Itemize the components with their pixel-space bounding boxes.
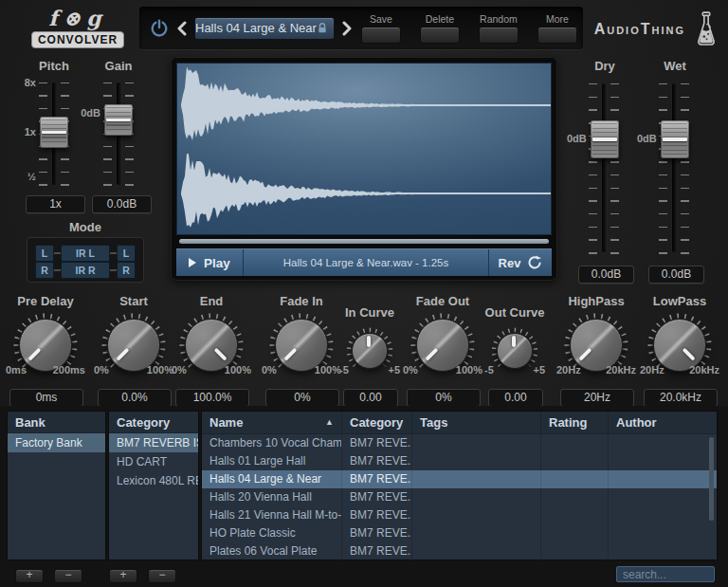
fade-out-value[interactable]: 0%: [407, 389, 481, 407]
end-value[interactable]: 100.0%: [175, 389, 249, 407]
category-item-bm7[interactable]: BM7 REVERB IS: [109, 433, 198, 452]
wet-value[interactable]: 0.0dB: [648, 266, 704, 284]
fade-out-min: 0%: [403, 364, 418, 376]
preset-row[interactable]: Halls 01 Large Hall BM7 REVE...: [202, 452, 717, 470]
mode-ir-l-button[interactable]: IR L: [61, 245, 110, 262]
mode-output-l-button[interactable]: L: [117, 245, 136, 262]
preset-prev-button[interactable]: [177, 21, 187, 36]
in-curve-knob[interactable]: [345, 326, 394, 376]
ir-waveform-display[interactable]: [176, 63, 552, 235]
plugin-logo: f⊗g CONVOLVER: [25, 6, 131, 48]
gain-value[interactable]: 0.0dB: [92, 195, 152, 213]
highpass-value[interactable]: 20Hz: [560, 389, 634, 407]
mode-input-l-button[interactable]: L: [35, 245, 54, 262]
waveform-scrollbar[interactable]: [179, 239, 549, 244]
cell-tags: [412, 488, 541, 506]
cell-author: [609, 434, 717, 452]
out-curve-min: -5: [484, 364, 494, 376]
column-name-label: Name: [209, 415, 243, 430]
fade-out-label: Fade Out: [399, 294, 486, 308]
table-scrollbar[interactable]: [709, 437, 714, 521]
category-header[interactable]: Category: [109, 412, 198, 433]
dry-fader-handle[interactable]: [591, 120, 619, 158]
cell-tags: [412, 524, 541, 542]
out-curve-value[interactable]: 0.00: [488, 389, 543, 407]
dry-fader-track[interactable]: [602, 83, 607, 252]
wet-fader-handle[interactable]: [661, 120, 689, 158]
column-header-category[interactable]: Category: [342, 412, 412, 433]
wet-0db-label: 0dB: [637, 133, 656, 144]
column-header-rating[interactable]: Rating: [541, 412, 609, 433]
mode-ir-r-button[interactable]: IR R: [61, 262, 110, 279]
column-header-name[interactable]: Name▲: [202, 412, 342, 433]
preset-field[interactable]: Halls 04 Large & Near: [194, 17, 335, 40]
preset-row[interactable]: Halls 20 Vienna Hall BM7 REVE...: [202, 488, 717, 506]
highpass-min: 20Hz: [556, 364, 581, 376]
preset-row[interactable]: HO Plate Classic BM7 REVE...: [202, 524, 717, 542]
play-button[interactable]: Play: [176, 249, 243, 276]
mode-wire: [110, 269, 117, 271]
audiothing-brand: AudioThing: [594, 8, 719, 51]
cell-tags: [412, 506, 541, 524]
preset-next-button[interactable]: [342, 21, 352, 36]
bank-item-factory-bank[interactable]: Factory Bank: [8, 433, 105, 452]
cell-author: [609, 470, 717, 488]
dry-value[interactable]: 0.0dB: [578, 266, 634, 284]
cell-tags: [412, 434, 541, 452]
cell-name: Halls 01 Large Hall: [202, 452, 342, 470]
lowpass-max: 20kHz: [689, 364, 719, 376]
cell-rating: [541, 524, 609, 542]
bank-header[interactable]: Bank: [8, 412, 105, 433]
lock-icon: [317, 22, 328, 34]
mode-input-r-button[interactable]: R: [35, 262, 54, 279]
column-header-tags[interactable]: Tags: [412, 412, 541, 433]
pitch-fader-handle[interactable]: [40, 117, 68, 148]
reverse-button[interactable]: Rev: [489, 249, 552, 276]
play-label: Play: [204, 256, 230, 270]
in-curve-value[interactable]: 0.00: [343, 389, 398, 407]
power-button[interactable]: [149, 18, 170, 39]
mode-output-r-button[interactable]: R: [117, 262, 136, 279]
preset-row-selected[interactable]: Halls 04 Large & Near BM7 REVE...: [202, 470, 717, 488]
logo-badge: CONVOLVER: [31, 31, 124, 48]
category-add-button[interactable]: +: [109, 569, 137, 583]
random-label: Random: [480, 13, 518, 25]
category-item-hd-cart[interactable]: HD CART: [109, 452, 198, 471]
category-item-lexicon[interactable]: Lexicon 480L REV..: [109, 471, 198, 490]
lowpass-label: LowPass: [636, 294, 723, 308]
mode-label: Mode: [27, 220, 144, 234]
cell-name: Halls 20 Vienna Hall: [202, 488, 342, 506]
wet-fader-track[interactable]: [672, 83, 677, 252]
preset-name: Halls 04 Large & Near: [195, 21, 317, 35]
search-input[interactable]: [616, 566, 715, 582]
preset-row[interactable]: Plates 06 Vocal Plate BM7 REVE...: [202, 542, 717, 560]
column-header-author[interactable]: Author: [609, 412, 717, 433]
fade-in-value[interactable]: 0%: [265, 389, 339, 407]
cell-category: BM7 REVE...: [342, 524, 412, 542]
start-value[interactable]: 0.0%: [98, 389, 172, 407]
cell-rating: [541, 434, 609, 452]
random-button[interactable]: [479, 27, 519, 44]
pre-delay-value[interactable]: 0ms: [9, 389, 83, 407]
gain-fader-handle[interactable]: [104, 104, 133, 136]
out-curve-knob[interactable]: [490, 326, 539, 376]
preset-row[interactable]: Halls 21 Vienna Hall M-to-S BM7 REVE...: [202, 506, 717, 524]
pitch-value[interactable]: 1x: [26, 195, 85, 213]
category-remove-button[interactable]: −: [148, 569, 176, 583]
preset-row[interactable]: Chambers 10 Vocal Chamber BM7 REVE...: [202, 434, 717, 452]
cell-author: [609, 524, 717, 542]
save-button[interactable]: [361, 27, 401, 44]
lowpass-value[interactable]: 20.0kHz: [644, 389, 718, 407]
more-button[interactable]: [537, 27, 577, 44]
in-curve-cell: In Curve -5 +5 0.00: [336, 292, 404, 412]
out-curve-label: Out Curve: [481, 305, 549, 320]
cell-name: Plates 06 Vocal Plate: [202, 542, 342, 560]
fade-in-cell: Fade In 0% 100% 0%: [258, 292, 345, 412]
bank-remove-button[interactable]: −: [54, 569, 82, 583]
out-curve-max: +5: [533, 364, 545, 376]
preset-lock-button[interactable]: [317, 22, 328, 34]
delete-button[interactable]: [420, 27, 460, 44]
save-label: Save: [370, 13, 392, 25]
bank-add-button[interactable]: +: [15, 569, 44, 583]
cell-tags: [412, 470, 541, 488]
